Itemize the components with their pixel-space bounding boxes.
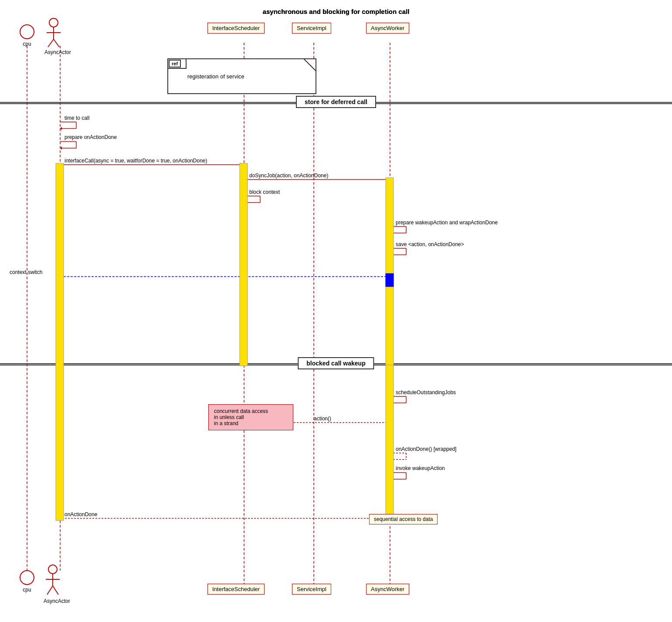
msg-action: action() [314,416,331,422]
actor-box-serviceimpl-bottom: ServiceImpl [292,584,331,595]
diagram-container: { "title": "asynchronous and blocking fo… [0,0,672,622]
actor-asyncactor-bottom-label: AsyncActor [44,598,70,604]
actor-cpu-top-label: cpu [19,41,35,47]
msg-time-to-call: time to call [64,115,89,121]
msg-prepare-wakeup: prepare wakeupAction and wrapActionDone [396,220,498,226]
svg-marker-49 [390,458,392,461]
msg-block-context: block context [249,189,280,195]
ref-box-label: registeration of service [187,73,244,80]
svg-point-62 [20,25,34,39]
actor-asyncactor-top: AsyncActor [44,17,71,55]
svg-point-68 [20,571,34,585]
svg-marker-17 [60,127,62,130]
msg-prepare-onActionDone: prepare onActionDone [64,134,117,140]
note-yellow-sequential: sequential access to data [369,514,438,524]
svg-line-72 [47,586,53,595]
arrows-svg [0,0,672,622]
svg-marker-37 [390,253,392,257]
svg-marker-39 [387,275,390,278]
msg-invoke-wakeup: invoke wakeupAction [396,465,445,471]
svg-rect-57 [240,163,248,366]
svg-marker-33 [390,231,392,235]
svg-rect-58 [386,178,394,365]
svg-line-11 [304,59,316,71]
msg-context-switch: context switch [10,269,42,275]
svg-marker-43 [390,401,392,405]
actor-asyncactor-bottom: AsyncActor [44,564,70,604]
actor-box-asyncworker-top: AsyncWorker [366,23,409,34]
actor-box-serviceimpl-top: ServiceImpl [292,23,331,34]
msg-onActionDone: onActionDone [64,511,97,517]
actor-cpu-bottom-label: cpu [19,587,35,593]
svg-line-67 [54,39,59,47]
msg-onActionDone-wrapped: onActionDone() [wrapped] [396,446,456,452]
svg-marker-53 [390,477,392,481]
actor-box-interfacescheduler-bottom: InterfaceScheduler [207,584,265,595]
section-label-blocked: blocked call wakeup [298,357,374,369]
svg-rect-56 [56,163,64,521]
svg-marker-55 [60,517,64,520]
actor-cpu-bottom: cpu [19,570,35,593]
svg-point-69 [48,565,57,574]
ref-tag: ref [169,60,181,68]
svg-rect-59 [386,274,394,287]
actor-cpu-top: cpu [19,24,35,47]
actor-asyncactor-top-label: AsyncActor [44,49,71,55]
svg-marker-25 [387,178,390,181]
svg-marker-23 [241,163,244,166]
svg-rect-60 [386,365,394,522]
actor-box-interfacescheduler-top: InterfaceScheduler [207,23,265,34]
note-pink: concurrent data access in unless call in… [208,404,293,430]
svg-point-63 [49,18,58,27]
svg-line-73 [53,586,58,595]
svg-marker-21 [60,146,62,150]
msg-schedule: scheduleOutstandingJobs [396,389,456,396]
svg-marker-29 [244,201,246,204]
msg-save-action: save <action, onActionDone> [396,241,464,247]
actor-box-asyncworker-bottom: AsyncWorker [366,584,409,595]
msg-interfaceCall: interfaceCall(async = true, waitforDone … [64,158,207,164]
svg-line-66 [48,39,54,47]
diagram-title: asynchronous and blocking for completion… [0,8,672,15]
section-label-store: store for deferred call [296,96,376,108]
msg-doSyncJob: doSyncJob(action, onActionDone) [249,172,328,179]
